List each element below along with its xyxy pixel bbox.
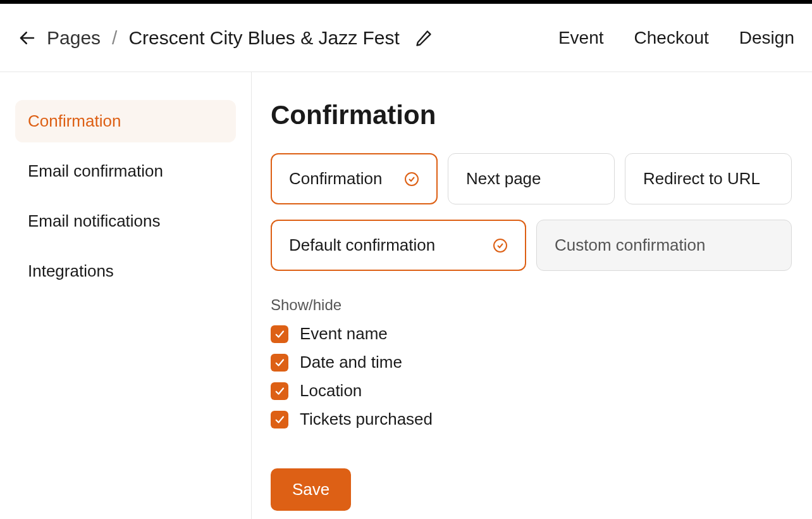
save-button[interactable]: Save bbox=[271, 468, 351, 511]
check-circle-icon bbox=[404, 172, 419, 187]
type-option-row: Confirmation Next page Redirect to URL bbox=[271, 153, 793, 204]
type-option-label: Redirect to URL bbox=[643, 169, 760, 189]
type-option-label: Confirmation bbox=[289, 169, 382, 189]
nav-tab-event[interactable]: Event bbox=[558, 28, 604, 48]
pencil-icon[interactable] bbox=[415, 29, 433, 47]
sidebar-item-confirmation[interactable]: Confirmation bbox=[15, 100, 236, 142]
checkbox-label: Event name bbox=[300, 324, 388, 344]
nav-tab-checkout[interactable]: Checkout bbox=[634, 28, 709, 48]
type-option-redirect-url[interactable]: Redirect to URL bbox=[625, 153, 792, 204]
svg-point-2 bbox=[494, 239, 507, 252]
template-option-label: Default confirmation bbox=[289, 235, 435, 255]
check-circle-icon bbox=[493, 238, 508, 253]
checkbox-date-time[interactable] bbox=[271, 354, 288, 372]
template-option-custom[interactable]: Custom confirmation bbox=[536, 220, 792, 271]
content: Confirmation Email confirmation Email no… bbox=[0, 72, 812, 519]
checkbox-row-location: Location bbox=[271, 381, 793, 401]
checkbox-row-tickets: Tickets purchased bbox=[271, 410, 793, 429]
sidebar-item-email-confirmation[interactable]: Email confirmation bbox=[15, 150, 236, 192]
breadcrumb: Pages / Crescent City Blues & Jazz Fest bbox=[47, 27, 433, 49]
checkbox-label: Location bbox=[300, 381, 362, 401]
template-option-default[interactable]: Default confirmation bbox=[271, 220, 526, 271]
header: Pages / Crescent City Blues & Jazz Fest … bbox=[0, 4, 812, 72]
svg-point-1 bbox=[405, 173, 418, 185]
type-option-next-page[interactable]: Next page bbox=[448, 153, 615, 204]
back-arrow-icon[interactable] bbox=[18, 28, 37, 47]
header-left: Pages / Crescent City Blues & Jazz Fest bbox=[18, 27, 433, 49]
type-option-label: Next page bbox=[466, 169, 541, 189]
checkbox-label: Date and time bbox=[300, 353, 402, 372]
checkbox-row-event-name: Event name bbox=[271, 324, 793, 344]
sidebar: Confirmation Email confirmation Email no… bbox=[0, 72, 252, 519]
breadcrumb-current: Crescent City Blues & Jazz Fest bbox=[128, 27, 399, 49]
template-option-row: Default confirmation Custom confirmation bbox=[271, 220, 793, 271]
sidebar-item-integrations[interactable]: Integrations bbox=[15, 250, 236, 292]
show-hide-label: Show/hide bbox=[271, 296, 793, 314]
checkbox-tickets[interactable] bbox=[271, 411, 288, 428]
sidebar-item-email-notifications[interactable]: Email notifications bbox=[15, 200, 236, 242]
breadcrumb-separator: / bbox=[112, 27, 117, 49]
checkbox-row-date-time: Date and time bbox=[271, 353, 793, 372]
template-option-label: Custom confirmation bbox=[555, 235, 705, 255]
checkbox-location[interactable] bbox=[271, 382, 288, 400]
main-panel: Confirmation Confirmation Next page Redi… bbox=[252, 72, 812, 519]
type-option-confirmation[interactable]: Confirmation bbox=[271, 153, 438, 204]
checkbox-label: Tickets purchased bbox=[300, 410, 433, 429]
breadcrumb-root[interactable]: Pages bbox=[47, 27, 101, 49]
checkbox-event-name[interactable] bbox=[271, 325, 288, 343]
page-title: Confirmation bbox=[271, 100, 793, 130]
nav-tab-design[interactable]: Design bbox=[739, 28, 794, 48]
header-nav: Event Checkout Design bbox=[558, 28, 794, 48]
